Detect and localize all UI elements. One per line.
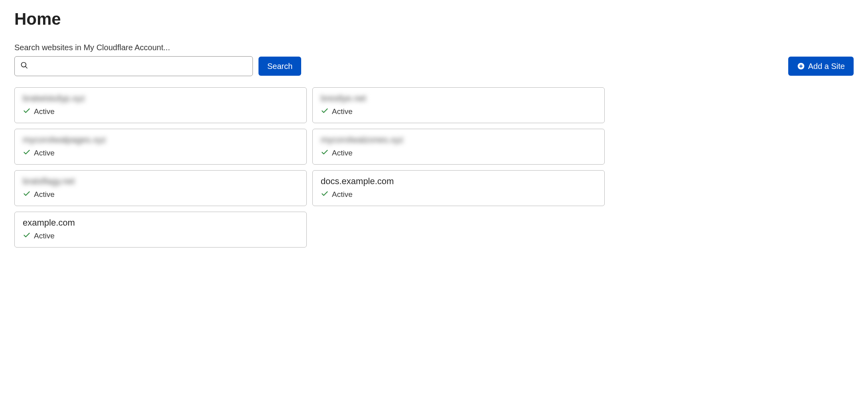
site-name: mycorolwalzones.xyz [321,135,404,145]
search-button[interactable]: Search [258,57,301,76]
search-label: Search websites in My Cloudflare Account… [14,43,854,52]
site-status-row: Active [23,148,298,158]
add-site-button[interactable]: Add a Site [788,57,854,76]
site-name: brestlye.net [321,93,366,104]
site-card[interactable]: bratwistufyp.xyzActive [14,87,307,123]
site-status: Active [34,149,55,157]
check-icon [23,231,31,241]
sites-grid: bratwistufyp.xyzActivebrestlye.netActive… [14,87,605,248]
site-status-row: Active [321,190,596,199]
check-icon [23,148,31,158]
site-card[interactable]: mycorolwalzones.xyzActive [312,129,605,165]
site-status: Active [332,149,353,157]
site-status-row: Active [23,190,298,199]
site-name: bratwistufyp.xyz [23,93,85,104]
search-icon [20,61,28,71]
search-row: Search Add a Site [14,56,854,76]
svg-point-0 [22,63,26,67]
site-card[interactable]: example.comActive [14,212,307,248]
site-status-row: Active [23,231,298,241]
site-card[interactable]: docs.example.comActive [312,170,605,206]
site-card[interactable]: brestlye.netActive [312,87,605,123]
plus-circle-icon [797,62,805,70]
check-icon [321,148,329,158]
site-status: Active [332,190,353,199]
site-status: Active [34,107,55,116]
site-status: Active [34,190,55,199]
search-input[interactable] [32,62,247,71]
site-name: mycorolwalpages.xyz [23,135,106,145]
site-name: example.com [23,218,75,228]
site-status: Active [332,107,353,116]
check-icon [321,107,329,116]
check-icon [321,190,329,199]
site-name: bratsflagy.net [23,176,75,187]
page-title: Home [14,10,854,29]
site-name: docs.example.com [321,176,394,187]
site-card[interactable]: mycorolwalpages.xyzActive [14,129,307,165]
site-status-row: Active [23,107,298,116]
site-status-row: Active [321,107,596,116]
check-icon [23,107,31,116]
add-site-label: Add a Site [808,62,845,71]
search-box[interactable] [14,56,253,76]
site-status: Active [34,232,55,240]
check-icon [23,190,31,199]
svg-line-1 [26,67,28,69]
site-status-row: Active [321,148,596,158]
site-card[interactable]: bratsflagy.netActive [14,170,307,206]
